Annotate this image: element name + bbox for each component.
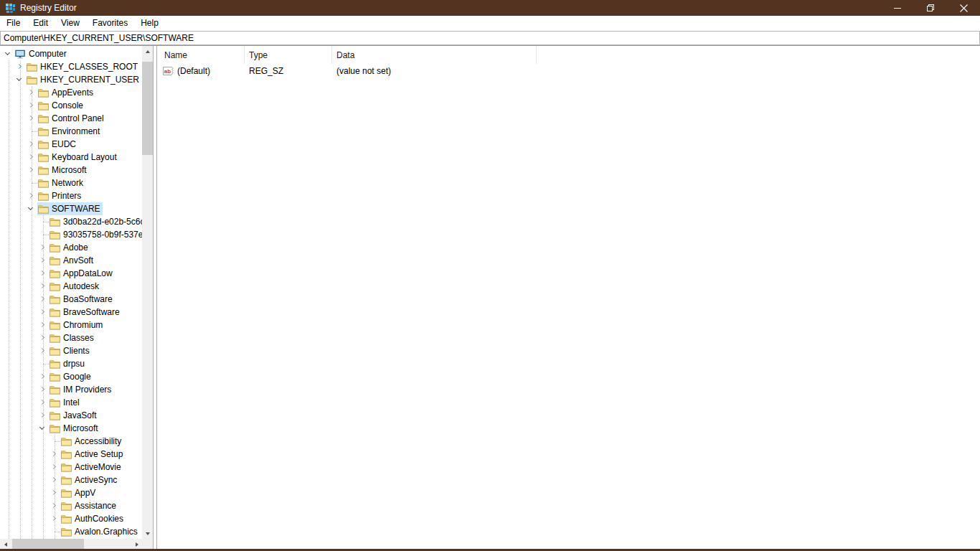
- tree-item[interactable]: BoaSoftware: [0, 293, 142, 306]
- chevron-down-icon[interactable]: [39, 425, 44, 430]
- scroll-right-icon[interactable]: [131, 539, 142, 549]
- address-input[interactable]: Computer\HKEY_CURRENT_USER\SOFTWARE: [0, 31, 980, 45]
- tree-item[interactable]: Classes: [0, 331, 142, 344]
- chevron-right-icon[interactable]: [28, 103, 33, 108]
- tree-item-label: Assistance: [74, 500, 116, 512]
- chevron-right-icon[interactable]: [28, 141, 33, 146]
- tree-item[interactable]: AppDataLow: [0, 267, 142, 280]
- chevron-right-icon[interactable]: [51, 503, 56, 508]
- tree-item[interactable]: HKEY_CLASSES_ROOT: [0, 60, 142, 73]
- menu-item-view[interactable]: View: [55, 16, 86, 31]
- folder-icon: [49, 268, 60, 279]
- chevron-right-icon[interactable]: [28, 154, 33, 159]
- tree-item[interactable]: AppV: [0, 486, 142, 499]
- tree-item[interactable]: Environment: [0, 125, 142, 138]
- chevron-right-icon[interactable]: [51, 516, 56, 521]
- tree-item[interactable]: Avalon.Graphics: [0, 525, 142, 538]
- restore-button[interactable]: [914, 0, 947, 16]
- tree-horizontal-scrollbar[interactable]: [0, 539, 142, 549]
- chevron-right-icon[interactable]: [39, 245, 44, 250]
- chevron-right-icon[interactable]: [39, 296, 44, 301]
- tree-item[interactable]: EUDC: [0, 138, 142, 151]
- tree-item[interactable]: Printers: [0, 189, 142, 202]
- tree-item[interactable]: Computer: [0, 47, 142, 60]
- tree-item[interactable]: 3d0ba22d-e02b-5c6c: [0, 215, 142, 228]
- chevron-right-icon[interactable]: [51, 490, 56, 495]
- registry-editor-app-icon[interactable]: [4, 2, 16, 14]
- tree-item[interactable]: Intel: [0, 396, 142, 409]
- horizontal-scrollbar-thumb[interactable]: [12, 539, 84, 549]
- tree-item-label: Network: [51, 177, 83, 189]
- menu-item-file[interactable]: File: [0, 16, 27, 31]
- chevron-right-icon[interactable]: [17, 64, 22, 69]
- tree-item[interactable]: AppEvents: [0, 86, 142, 99]
- tree-item[interactable]: SOFTWARE: [0, 202, 142, 215]
- tree-item[interactable]: Clients: [0, 344, 142, 357]
- value-row[interactable]: ab(Default)REG_SZ(value not set): [157, 64, 980, 77]
- tree-item[interactable]: AnvSoft: [0, 254, 142, 267]
- chevron-right-icon[interactable]: [39, 387, 44, 392]
- chevron-right-icon[interactable]: [39, 283, 44, 288]
- column-header-type[interactable]: Type: [245, 46, 332, 64]
- tree-item[interactable]: Active Setup: [0, 448, 142, 461]
- chevron-right-icon[interactable]: [39, 400, 44, 405]
- tree-item[interactable]: Control Panel: [0, 112, 142, 125]
- folder-icon: [50, 217, 60, 227]
- chevron-down-icon[interactable]: [5, 50, 10, 55]
- tree-item[interactable]: Keyboard Layout: [0, 151, 142, 164]
- chevron-right-icon[interactable]: [28, 193, 33, 198]
- tree-item-label: Clients: [62, 345, 90, 357]
- chevron-down-icon[interactable]: [17, 76, 22, 81]
- tree-item[interactable]: Chromium: [0, 319, 142, 331]
- tree-vertical-scrollbar[interactable]: [142, 46, 153, 539]
- close-button[interactable]: [947, 0, 980, 16]
- menu-item-help[interactable]: Help: [134, 16, 165, 31]
- chevron-right-icon[interactable]: [28, 167, 33, 172]
- chevron-right-icon[interactable]: [39, 258, 44, 263]
- column-header-data[interactable]: Data: [332, 46, 537, 64]
- chevron-right-icon[interactable]: [39, 309, 44, 314]
- chevron-right-icon[interactable]: [39, 413, 44, 418]
- tree-item[interactable]: Adobe: [0, 241, 142, 254]
- menu-item-edit[interactable]: Edit: [27, 16, 55, 31]
- tree-item[interactable]: Console: [0, 99, 142, 112]
- folder-icon: [61, 501, 72, 511]
- tree-item[interactable]: Assistance: [0, 499, 142, 512]
- tree-item-label: BoaSoftware: [62, 293, 113, 305]
- chevron-right-icon[interactable]: [39, 322, 44, 327]
- scroll-up-icon[interactable]: [142, 46, 153, 57]
- scroll-left-icon[interactable]: [0, 539, 11, 549]
- chevron-right-icon[interactable]: [51, 477, 56, 482]
- tree-item[interactable]: IM Providers: [0, 383, 142, 396]
- tree-item[interactable]: Network: [0, 176, 142, 189]
- scroll-down-icon[interactable]: [142, 528, 153, 539]
- tree-item[interactable]: Accessibility: [0, 435, 142, 448]
- minimize-button[interactable]: [881, 0, 914, 16]
- tree-item[interactable]: ActiveMovie: [0, 461, 142, 474]
- tree-item[interactable]: drpsu: [0, 357, 142, 370]
- chevron-right-icon[interactable]: [39, 270, 44, 276]
- chevron-right-icon[interactable]: [39, 335, 44, 340]
- chevron-right-icon[interactable]: [39, 374, 44, 379]
- chevron-down-icon[interactable]: [28, 205, 33, 210]
- chevron-right-icon[interactable]: [28, 90, 33, 95]
- column-header-name[interactable]: Name: [157, 46, 245, 64]
- chevron-right-icon[interactable]: [51, 451, 56, 456]
- tree-item[interactable]: 93035758-0b9f-537e-: [0, 228, 142, 241]
- menu-item-favorites[interactable]: Favorites: [86, 16, 134, 31]
- chevron-right-icon[interactable]: [51, 464, 56, 469]
- window-title: Registry Editor: [20, 3, 77, 13]
- tree-item[interactable]: Microsoft: [0, 422, 142, 435]
- chevron-right-icon[interactable]: [28, 116, 33, 121]
- tree-item[interactable]: ActiveSync: [0, 474, 142, 486]
- tree-item[interactable]: AuthCookies: [0, 512, 142, 525]
- tree-item[interactable]: Autodesk: [0, 280, 142, 293]
- tree-item[interactable]: Google: [0, 370, 142, 383]
- tree-item[interactable]: BraveSoftware: [0, 306, 142, 319]
- chevron-right-icon[interactable]: [39, 348, 44, 353]
- vertical-scrollbar-thumb[interactable]: [142, 62, 153, 155]
- tree-item[interactable]: JavaSoft: [0, 409, 142, 422]
- tree-item[interactable]: HKEY_CURRENT_USER: [0, 73, 142, 86]
- tree-item[interactable]: Microsoft: [0, 164, 142, 176]
- folder-icon: [61, 489, 72, 498]
